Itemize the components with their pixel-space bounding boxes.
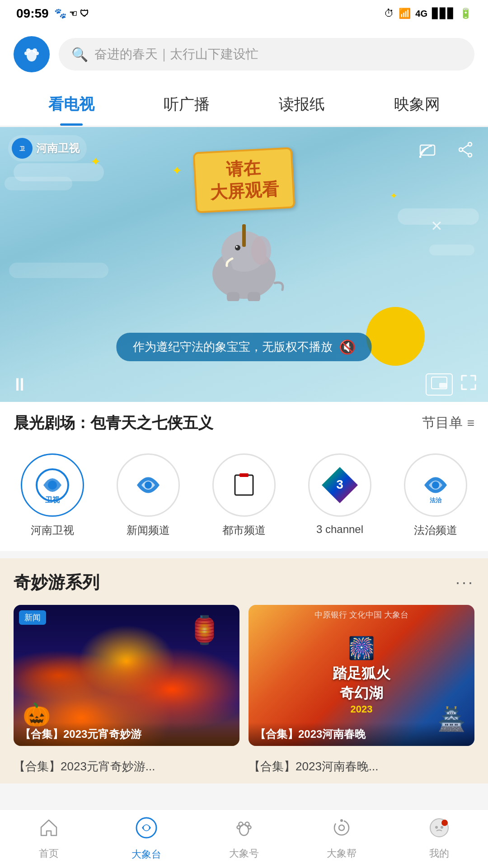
cloud-2 (5, 177, 72, 190)
svg-point-44 (237, 826, 240, 829)
tab-newspaper[interactable]: 读报纸 (244, 81, 359, 126)
video-controls: ⏸ (0, 373, 488, 396)
pip-button[interactable] (426, 373, 453, 396)
card2-festival-text: 踏足狐火奇幻湖 (333, 664, 390, 703)
share-button[interactable] (451, 135, 480, 164)
schedule-button[interactable]: 节目单 ≡ (422, 414, 474, 432)
home-svg (38, 817, 59, 838)
svg-point-9 (419, 156, 422, 158)
card2-year: 2023 (351, 703, 373, 715)
card2-emoji: 🎆 (348, 636, 375, 661)
cast-icon (419, 142, 436, 158)
search-placeholder-text: 奋进的春天｜太行山下建设忙 (94, 46, 258, 63)
svg-point-31 (222, 463, 266, 507)
program-title: 晨光剧场：包青天之七侠五义 (14, 413, 213, 434)
svg-line-14 (463, 151, 468, 154)
mine-icon (429, 817, 450, 843)
section-more-button[interactable]: ··· (455, 573, 474, 592)
cloud-4 (9, 263, 108, 278)
nav-daxianghao[interactable]: 大象号 (195, 810, 293, 868)
close-overlay-button[interactable]: ✕ (431, 217, 443, 235)
nav-daxiangtai[interactable]: 大象台 (98, 810, 195, 868)
search-icon: 🔍 (71, 47, 88, 62)
status-icons: 🐾 ☜ 🛡 (54, 8, 89, 19)
svg-point-19 (251, 236, 271, 265)
henan-logo-small: 卫 (15, 141, 29, 156)
tab-yingxiang[interactable]: 映象网 (359, 81, 474, 126)
daxiangtai-svg (135, 816, 158, 839)
search-bar[interactable]: 🔍 奋进的春天｜太行山下建设忙 (59, 38, 474, 71)
signal-bars-icon: ▊▊▊ (432, 8, 455, 19)
list-icon: ≡ (467, 416, 474, 430)
pause-button[interactable]: ⏸ (11, 374, 29, 395)
card-1[interactable]: 🏮 🎃 新闻 【合集】2023元宵奇妙游 (14, 605, 239, 746)
refresh-svg (331, 817, 352, 838)
svg-rect-24 (439, 383, 446, 388)
svg-point-45 (248, 826, 251, 829)
nav-tabs: 看电视 听广播 读报纸 映象网 (0, 81, 488, 126)
video-section: ✦ ✦ ✦ 卫 河南卫视 (0, 127, 488, 551)
nav-daxiangbang[interactable]: 大象帮 (293, 810, 390, 868)
program-info: 晨光剧场：包青天之七侠五义 节目单 ≡ (0, 402, 488, 444)
elephant-svg (194, 211, 294, 301)
channel-item-henan[interactable]: 卫视 河南卫视 (21, 453, 84, 538)
nav-daxiangbang-label: 大象帮 (327, 847, 357, 860)
video-player[interactable]: ✦ ✦ ✦ 卫 河南卫视 (0, 127, 488, 402)
wifi-icon: 📶 (399, 8, 411, 19)
svg-point-11 (459, 148, 463, 151)
status-time-area: 09:59 🐾 ☜ 🛡 (16, 6, 89, 21)
channel-circle-henan: 卫视 (21, 453, 84, 517)
fullscreen-button[interactable] (460, 374, 477, 395)
daxianghao-icon (234, 817, 254, 843)
card-1-content: 🏮 🎃 新闻 【合集】2023元宵奇妙游 (14, 605, 239, 746)
spark-2: ✦ (390, 190, 398, 201)
video-top-right-controls (413, 135, 480, 164)
home-icon (38, 817, 59, 843)
channel-label-fazhi: 法治频道 (414, 523, 457, 538)
status-bar: 09:59 🐾 ☜ 🛡 ⏱ 📶 4G ▊▊▊ 🔋 (0, 0, 488, 27)
logo-icon (19, 42, 44, 66)
spark-1: ✦ (90, 154, 101, 169)
channel-label-ch3: 3 channel (316, 523, 363, 536)
daxiangtai-icon (135, 816, 158, 844)
cloud-5 (429, 245, 474, 255)
nav-mine[interactable]: 我的 (390, 810, 488, 868)
nav-mine-label: 我的 (429, 847, 449, 860)
battery-icon: 🔋 (460, 8, 472, 19)
yellow-moon (366, 307, 425, 366)
svg-point-27 (48, 481, 57, 490)
svg-text:3: 3 (336, 477, 343, 491)
svg-point-50 (441, 820, 448, 826)
news-logo (126, 462, 171, 508)
dushi-logo (221, 462, 267, 508)
paw-icon: 🐾 (54, 8, 66, 19)
svg-point-51 (435, 826, 438, 829)
channel-item-ch3[interactable]: 3 3 channel (308, 453, 371, 538)
card-2[interactable]: 中原银行 文化中国 大象台 🎆 踏足狐火奇幻湖 2023 🏯 【合集】2023河… (249, 605, 474, 746)
timer-icon: ⏱ (384, 8, 394, 19)
tab-tv[interactable]: 看电视 (14, 81, 129, 126)
svg-point-17 (235, 245, 240, 250)
cast-button[interactable] (413, 135, 442, 164)
svg-point-30 (145, 481, 152, 489)
svg-rect-22 (242, 224, 246, 247)
share-icon (457, 142, 474, 158)
svg-point-12 (468, 153, 472, 157)
fazhi-logo: 法治 (413, 462, 458, 508)
svg-line-13 (463, 145, 468, 149)
nav-home-label: 首页 (39, 847, 59, 860)
channel-list: 卫视 河南卫视 新闻频道 (0, 444, 488, 551)
app-logo[interactable] (14, 36, 50, 72)
card-caption-2: 【合集】2023河南春晚 (249, 722, 474, 746)
channel-item-fazhi[interactable]: 法治 法治频道 (404, 453, 467, 538)
channel-label-news: 新闻频道 (127, 523, 170, 538)
channel-label-dushi: 都市频道 (222, 523, 266, 538)
channel-item-news[interactable]: 新闻频道 (117, 453, 180, 538)
channel-name-overlay: 河南卫视 (36, 141, 80, 156)
tab-radio[interactable]: 听广播 (129, 81, 244, 126)
svg-point-10 (468, 142, 472, 146)
mine-svg (429, 817, 450, 838)
card-caption-1: 【合集】2023元宵奇妙游 (14, 722, 239, 746)
channel-item-dushi[interactable]: 都市频道 (212, 453, 276, 538)
nav-home[interactable]: 首页 (0, 810, 98, 868)
